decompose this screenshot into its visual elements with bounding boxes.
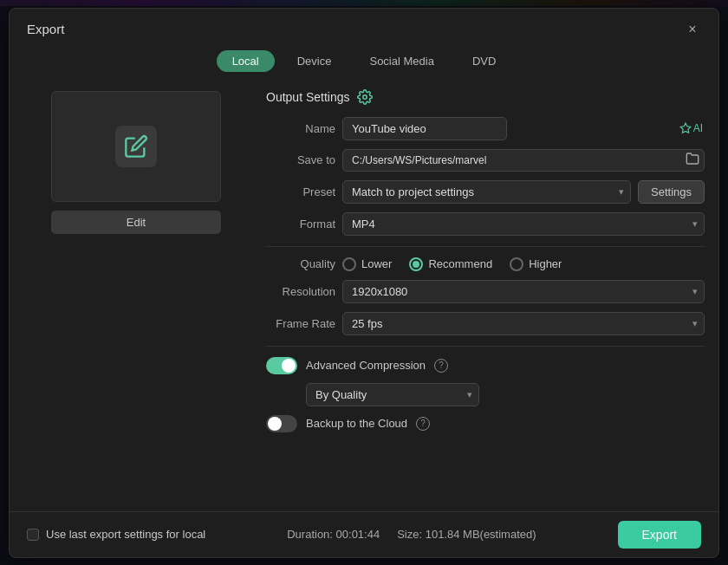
frame-rate-row: Frame Rate 25 fps ▾ (266, 312, 705, 335)
advanced-compression-label: Advanced Compression (306, 359, 426, 372)
close-button[interactable]: × (684, 21, 701, 38)
name-input[interactable] (342, 117, 507, 140)
save-to-label: Save to (266, 153, 335, 166)
by-quality-select[interactable]: By Quality (306, 383, 479, 406)
tabs-row: Local Device Social Media DVD (10, 47, 718, 82)
size-label: Size: 101.84 MB(estimated) (397, 528, 536, 541)
preview-box (51, 91, 221, 202)
quality-options: Lower Recommend Higher (342, 257, 705, 271)
resolution-row: Resolution 1920x1080 ▾ (266, 280, 705, 303)
resolution-select[interactable]: 1920x1080 (342, 280, 705, 303)
preset-label: Preset (266, 185, 335, 198)
quality-lower-radio (342, 257, 356, 271)
quality-lower-option[interactable]: Lower (342, 257, 392, 271)
duration-label: Duration: 00:01:44 (287, 528, 380, 541)
resolution-label: Resolution (266, 285, 335, 298)
divider-2 (266, 346, 705, 347)
output-settings-label: Output Settings (266, 90, 350, 104)
export-button[interactable]: Export (618, 521, 701, 549)
quality-recommend-radio (409, 257, 423, 271)
tab-social-media[interactable]: Social Media (354, 50, 449, 72)
format-row: Format MP4 ▾ (266, 212, 705, 236)
format-select[interactable]: MP4 (342, 212, 705, 236)
name-label: Name (266, 122, 335, 135)
frame-rate-select[interactable]: 25 fps (342, 312, 705, 335)
settings-panel: Output Settings Name (259, 82, 705, 511)
quality-lower-label: Lower (361, 257, 392, 270)
backup-cloud-label: Backup to the Cloud (306, 417, 407, 430)
quality-recommend-label: Recommend (428, 257, 492, 270)
advanced-compression-row: Advanced Compression ? (266, 357, 705, 374)
edit-button[interactable]: Edit (51, 211, 221, 234)
ai-button[interactable]: AI (678, 122, 705, 134)
settings-button[interactable]: Settings (638, 180, 705, 204)
backup-cloud-knob (268, 417, 282, 431)
footer-left: Use last export settings for local (27, 528, 205, 541)
use-last-settings-label: Use last export settings for local (46, 528, 205, 541)
name-row: Name AI (266, 117, 705, 140)
advanced-compression-knob (282, 359, 296, 373)
folder-icon (686, 152, 699, 166)
quality-label: Quality (266, 257, 335, 270)
dialog-title: Export (27, 22, 64, 36)
preset-row: Preset Match to project settings ▾ Setti… (266, 180, 705, 204)
export-dialog: Export × Local Device Social Media DVD (9, 8, 719, 558)
content-area: Edit Output Settings Name (10, 82, 718, 511)
footer: Use last export settings for local Durat… (10, 511, 718, 557)
tab-device[interactable]: Device (282, 50, 348, 72)
edit-preview-icon (124, 134, 148, 159)
quality-row: Quality Lower Recommend (266, 257, 705, 271)
format-label: Format (266, 218, 335, 231)
preset-select[interactable]: Match to project settings (342, 180, 631, 204)
quality-recommend-option[interactable]: Recommend (409, 257, 492, 271)
backup-cloud-row: Backup to the Cloud ? (266, 415, 705, 432)
output-settings-icon (357, 89, 373, 105)
divider-1 (266, 246, 705, 247)
frame-rate-label: Frame Rate (266, 317, 335, 330)
tab-dvd[interactable]: DVD (457, 50, 511, 72)
advanced-compression-info-icon[interactable]: ? (434, 359, 448, 373)
quality-higher-label: Higher (529, 257, 562, 270)
footer-info: Duration: 00:01:44 Size: 101.84 MB(estim… (287, 528, 536, 541)
backup-cloud-info-icon[interactable]: ? (416, 417, 430, 431)
tab-local[interactable]: Local (217, 50, 275, 72)
preview-panel: Edit (23, 82, 249, 511)
title-bar: Export × (10, 9, 718, 47)
svg-point-0 (362, 94, 367, 99)
save-to-row: Save to (266, 149, 705, 172)
ai-icon (679, 122, 692, 134)
quality-higher-option[interactable]: Higher (510, 257, 562, 271)
output-settings-header: Output Settings (266, 89, 705, 105)
save-to-input[interactable] (342, 149, 705, 172)
quality-recommend-inner (413, 261, 419, 268)
backup-cloud-toggle[interactable] (266, 415, 297, 432)
folder-button[interactable] (686, 152, 699, 168)
quality-higher-radio (510, 257, 523, 271)
advanced-compression-toggle[interactable] (266, 357, 297, 374)
use-last-settings-checkbox[interactable] (27, 529, 39, 541)
by-quality-row: By Quality ▾ (306, 383, 705, 406)
preview-icon (115, 126, 157, 167)
